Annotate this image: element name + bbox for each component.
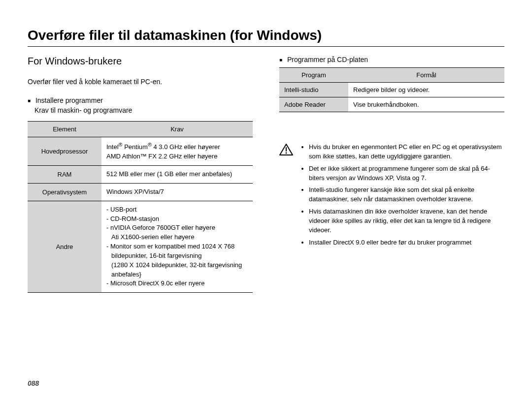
row-os-label: Operativsystem xyxy=(28,183,101,201)
section-heading-windows-users: For Windows-brukere xyxy=(28,56,253,67)
warning-item: Installer DirectX 9.0 eller bedre før du… xyxy=(309,238,504,247)
left-column: For Windows-brukere Overfør filer ved å … xyxy=(28,56,253,293)
install-programs-heading: ■ Installere programmer xyxy=(28,96,253,104)
warning-item: Hvis datamaskinen din ikke overholder kr… xyxy=(309,207,504,235)
row-os-value: Windows XP/Vista/7 xyxy=(101,183,253,201)
other-monitor: - Monitor som er kompatibel med 1024 X 7… xyxy=(106,242,248,261)
manual-page: Overføre filer til datamaskinen (for Win… xyxy=(0,0,532,401)
row-other-value: - USB-port - CD-ROM-stasjon - nVIDIA Gef… xyxy=(101,201,253,293)
right-column: ■ Programmer på CD-platen Program Formål… xyxy=(279,56,504,293)
col-program: Program xyxy=(279,68,348,83)
bullet-square-icon: ■ xyxy=(28,98,31,103)
cpu-amd: AMD Athlon™ FX 2.2 GHz eller høyere xyxy=(106,153,217,160)
other-usb: - USB-port xyxy=(106,205,248,215)
table-row: Intelli-studio Redigere bilder og videoe… xyxy=(279,83,504,97)
cpu-rest: 4 3.0 GHz eller høyerer xyxy=(152,143,220,151)
page-title: Overføre filer til datamaskinen (for Win… xyxy=(28,28,504,43)
row-ram-value: 512 MB eller mer (1 GB eller mer anbefal… xyxy=(101,166,253,184)
other-gpu: - nVIDIA Geforce 7600GT eller høyere xyxy=(106,223,248,233)
warning-item: Intelli-studio fungerer kanskje ikke som… xyxy=(309,185,504,204)
cpu-intel: Intel xyxy=(106,143,119,151)
other-cdrom: - CD-ROM-stasjon xyxy=(106,215,248,224)
title-rule xyxy=(28,46,504,47)
program-adobe-reader-purpose: Vise brukerhåndboken. xyxy=(348,97,504,112)
row-other-label: Andre xyxy=(28,201,101,293)
col-purpose: Formål xyxy=(348,68,504,83)
program-adobe-reader: Adobe Reader xyxy=(279,97,348,112)
table-row: Andre - USB-port - CD-ROM-stasjon - nVID… xyxy=(28,201,253,293)
install-programs-label: Installere programmer xyxy=(35,96,103,104)
warning-list: Hvis du bruker en egenmontert PC eller e… xyxy=(300,143,504,250)
other-directx: - Microsoft DirectX 9.0c eller nyere xyxy=(106,279,248,288)
other-gpu-ati: Ati X1600-serien eller høyere xyxy=(106,233,248,242)
page-number: 088 xyxy=(28,379,39,387)
table-header-row: Program Formål xyxy=(279,68,504,83)
bullet-square-icon: ■ xyxy=(279,57,282,62)
programs-table: Program Formål Intelli-studio Redigere b… xyxy=(279,67,504,112)
warning-item: Hvis du bruker en egenmontert PC eller e… xyxy=(309,143,504,161)
requirements-intro: Krav til maskin- og programvare xyxy=(34,106,253,114)
warning-item: Det er ikke sikkert at programmene funge… xyxy=(309,164,504,183)
program-intelli-studio: Intelli-studio xyxy=(279,83,348,97)
table-row: Hovedprosessor Intel® Pentium® 4 3.0 GHz… xyxy=(28,137,253,166)
cpu-pentium: Pentium xyxy=(123,143,148,151)
program-intelli-studio-purpose: Redigere bilder og videoer. xyxy=(348,83,504,97)
table-row: Operativsystem Windows XP/Vista/7 xyxy=(28,183,253,201)
col-requirement: Krav xyxy=(101,122,253,137)
cd-programs-label: Programmer på CD-platen xyxy=(287,56,368,63)
row-cpu-label: Hovedprosessor xyxy=(28,137,101,166)
table-row: RAM 512 MB eller mer (1 GB eller mer anb… xyxy=(28,166,253,184)
cd-programs-heading: ■ Programmer på CD-platen xyxy=(279,56,504,63)
svg-point-2 xyxy=(286,153,287,154)
table-header-row: Element Krav xyxy=(28,122,253,137)
intro-text: Overfør filer ved å koble kameraet til P… xyxy=(28,78,253,86)
col-element: Element xyxy=(28,122,101,137)
row-cpu-value: Intel® Pentium® 4 3.0 GHz eller høyerer … xyxy=(101,137,253,166)
warning-block: Hvis du bruker en egenmontert PC eller e… xyxy=(279,143,504,250)
row-ram-label: RAM xyxy=(28,166,101,184)
other-monitor-rec: (1280 X 1024 bildepunkter, 32-bit fargev… xyxy=(106,261,248,279)
content-columns: For Windows-brukere Overfør filer ved å … xyxy=(28,56,504,293)
warning-icon xyxy=(279,144,293,158)
requirements-table: Element Krav Hovedprosessor Intel® Penti… xyxy=(28,121,253,293)
table-row: Adobe Reader Vise brukerhåndboken. xyxy=(279,97,504,112)
